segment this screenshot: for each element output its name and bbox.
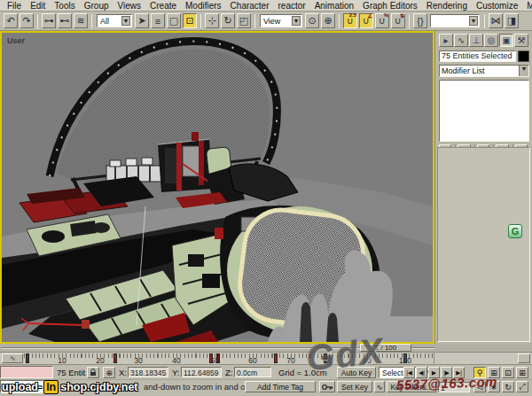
select-and-move-icon: ⊹ bbox=[207, 15, 215, 27]
track-bar-key-frame-24[interactable] bbox=[113, 353, 117, 363]
field-of-view-button[interactable]: ◅ bbox=[473, 381, 486, 392]
track-bar-key-frame-1[interactable] bbox=[26, 353, 29, 363]
unlink-selection-button[interactable]: ⊷ bbox=[58, 13, 72, 28]
reference-coordinate-dropdown-value: View bbox=[263, 17, 280, 26]
angle-snap-toggle-button-badge: ∠ bbox=[368, 12, 372, 19]
object-color-swatch[interactable] bbox=[518, 50, 529, 62]
select-and-scale-button[interactable]: ◰ bbox=[237, 13, 251, 28]
z-coordinate-field[interactable]: 0.0cm bbox=[234, 367, 271, 377]
chevron-down-icon[interactable]: ▼ bbox=[292, 16, 301, 26]
track-bar-corner-button[interactable] bbox=[518, 353, 530, 363]
align-button[interactable]: ◨ bbox=[505, 13, 519, 28]
viewport-label[interactable]: User bbox=[7, 36, 26, 45]
pan-button[interactable]: ∗ bbox=[488, 381, 500, 392]
track-bar-key-frame-100[interactable] bbox=[403, 353, 407, 363]
track-bar-key-frame-66[interactable] bbox=[274, 353, 278, 363]
redo-button[interactable]: ↷ bbox=[20, 13, 34, 28]
auto-key-button[interactable]: Auto Key bbox=[337, 367, 376, 378]
menu-customize[interactable]: Customize bbox=[472, 1, 522, 11]
go-to-start-button[interactable]: |◀ bbox=[403, 367, 415, 378]
set-key-button[interactable]: Set Key bbox=[337, 381, 372, 392]
zoom-all-button[interactable]: ⊞ bbox=[488, 367, 500, 378]
x-coordinate-field[interactable]: 318.18345 bbox=[128, 367, 168, 377]
select-and-manipulate-button[interactable]: ⊕ bbox=[321, 13, 335, 28]
ruler-number-40: 40 bbox=[172, 356, 180, 365]
tab-motion[interactable]: ◎ bbox=[484, 34, 498, 47]
track-bar-key-frame-49[interactable] bbox=[209, 353, 213, 363]
menu-create[interactable]: Create bbox=[145, 1, 181, 11]
entities-selected-field[interactable]: 75 Entities Selected bbox=[439, 50, 516, 62]
arc-rotate-button[interactable]: ↻ bbox=[502, 381, 514, 392]
menu-graph-editors[interactable]: Graph Editors bbox=[358, 1, 422, 11]
chevron-down-icon[interactable]: ▼ bbox=[469, 16, 478, 26]
listener-input-line[interactable] bbox=[0, 380, 53, 393]
named-selection-sets-dropdown[interactable]: ▼ bbox=[430, 14, 480, 27]
select-and-rotate-button[interactable]: ↻ bbox=[221, 13, 235, 28]
absolute-offset-toggle[interactable]: ⊕ bbox=[103, 367, 115, 378]
command-panel-tabs: ▸∿⊥◎▣⚒ bbox=[439, 33, 529, 48]
select-and-move-button[interactable]: ⊹ bbox=[205, 13, 219, 28]
menu-views[interactable]: Views bbox=[113, 1, 146, 11]
curve-toggle-button[interactable]: ∿ bbox=[374, 381, 385, 392]
previous-frame-button[interactable]: ◀| bbox=[416, 367, 427, 378]
add-time-tag[interactable]: Add Time Tag bbox=[245, 381, 316, 392]
select-and-link-button[interactable]: ⊶ bbox=[42, 13, 56, 28]
selection-lock-toggle[interactable] bbox=[87, 367, 99, 378]
go-to-end-button[interactable]: ▶| bbox=[453, 367, 465, 378]
time-slider-handle[interactable]: 1 / 100 bbox=[360, 344, 411, 352]
y-coordinate-field[interactable]: 112.64859 bbox=[181, 367, 222, 377]
menu-file[interactable]: File bbox=[3, 1, 26, 11]
selection-filter-dropdown[interactable]: All▼ bbox=[97, 14, 132, 27]
snaps-toggle-button[interactable]: ∪2.5 bbox=[343, 13, 357, 28]
use-pivot-center-button[interactable]: ⊙ bbox=[305, 13, 319, 28]
tab-utilities[interactable]: ⚒ bbox=[514, 34, 528, 47]
bind-to-space-warp-button[interactable]: ≋ bbox=[74, 13, 88, 28]
angle-snap-toggle-button[interactable]: ∪∠ bbox=[359, 13, 373, 28]
play-button[interactable]: ▶ bbox=[428, 367, 440, 378]
zoom-extents-all-button[interactable]: ⊞ bbox=[516, 367, 528, 378]
menu-modifiers[interactable]: Modifiers bbox=[181, 1, 226, 11]
key-filters-button[interactable]: Key Filters... bbox=[387, 381, 436, 392]
modifier-list-dropdown[interactable]: Modifier List ▼ bbox=[439, 65, 529, 77]
chevron-down-icon[interactable]: ▼ bbox=[121, 16, 130, 26]
tab-modify[interactable]: ∿ bbox=[454, 34, 468, 47]
next-frame-button[interactable]: |▶ bbox=[441, 367, 452, 378]
select-by-name-button[interactable]: ≡ bbox=[151, 13, 165, 28]
undo-button[interactable]: ↶ bbox=[4, 13, 18, 28]
menu-tools[interactable]: Tools bbox=[50, 1, 79, 11]
chevron-down-icon[interactable]: ▼ bbox=[519, 66, 528, 76]
menu-rendering[interactable]: Rendering bbox=[422, 1, 472, 11]
window-crossing-toggle[interactable]: ⊡ bbox=[183, 13, 197, 28]
toolbar-separator bbox=[339, 14, 340, 28]
menu-animation[interactable]: Animation bbox=[310, 1, 358, 11]
tab-create[interactable]: ▸ bbox=[439, 34, 453, 47]
time-slider[interactable]: 1 / 100 bbox=[0, 344, 532, 353]
spinner-snap-toggle-button[interactable]: ∪⇅ bbox=[391, 13, 405, 28]
mini-curve-editor-button[interactable]: ∿ bbox=[2, 353, 23, 363]
current-frame-field[interactable]: 1 bbox=[438, 382, 470, 392]
zoom-extents-button[interactable]: ⊡ bbox=[502, 367, 514, 378]
track-bar[interactable]: ∿ 102030405060708090100 bbox=[0, 353, 532, 365]
zoom-button[interactable]: ⚲ bbox=[473, 367, 486, 378]
menu-group[interactable]: Group bbox=[80, 1, 113, 11]
macro-recorder-line[interactable] bbox=[0, 366, 53, 378]
track-bar-key-frame-51[interactable] bbox=[216, 353, 220, 363]
menu-reactor[interactable]: reactor bbox=[274, 1, 310, 11]
reference-coordinate-dropdown[interactable]: View▼ bbox=[260, 14, 302, 27]
select-object-button[interactable]: ➤ bbox=[135, 13, 149, 28]
edit-named-selections-button[interactable]: {} bbox=[413, 13, 427, 28]
rectangular-selection-button[interactable]: ▢ bbox=[167, 13, 181, 28]
track-bar-key-frame-79[interactable] bbox=[324, 353, 327, 363]
modifier-stack-list[interactable] bbox=[439, 80, 529, 142]
user-viewport[interactable]: User bbox=[0, 31, 434, 344]
percent-snap-toggle-button[interactable]: ∪% bbox=[375, 13, 389, 28]
tab-hierarchy[interactable]: ⊥ bbox=[469, 34, 483, 47]
mirror-button[interactable]: ⋈ bbox=[489, 13, 503, 28]
set-key-mode-button[interactable] bbox=[319, 381, 335, 392]
menu-maxscript[interactable]: MAXScript bbox=[522, 1, 532, 11]
menu-edit[interactable]: Edit bbox=[26, 1, 50, 11]
zoom-extents-all-icon: ⊞ bbox=[519, 369, 526, 377]
min-max-toggle-button[interactable]: ⤢ bbox=[516, 381, 528, 392]
menu-character[interactable]: Character bbox=[226, 1, 274, 11]
tab-display[interactable]: ▣ bbox=[499, 34, 513, 47]
